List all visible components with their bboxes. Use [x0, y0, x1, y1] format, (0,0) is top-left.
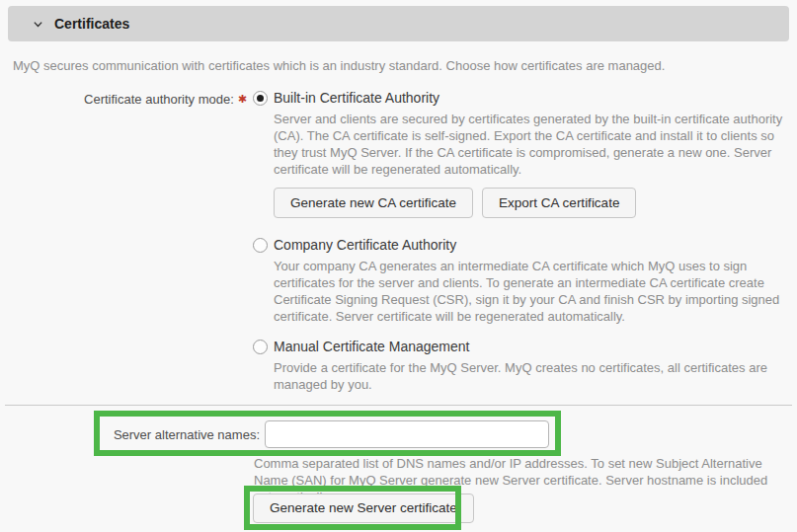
certificates-section-header[interactable]: Certificates: [8, 6, 789, 41]
radio-button-icon[interactable]: [253, 91, 268, 106]
radio-button-icon[interactable]: [253, 238, 268, 253]
option-description: Server and clients are secured by certif…: [274, 111, 788, 178]
radio-built-in-ca[interactable]: Built-in Certificate Authority: [253, 88, 788, 108]
option-description: Your company CA generates an intermediat…: [274, 258, 788, 325]
certificate-authority-mode-label: Certificate authority mode:✱: [0, 92, 247, 107]
generate-new-server-certificate-button[interactable]: Generate new Server certificate: [253, 494, 474, 523]
required-asterisk: ✱: [238, 93, 247, 105]
generate-new-ca-certificate-button[interactable]: Generate new CA certificate: [274, 188, 473, 218]
option-company-ca: Company Certificate Authority Your compa…: [253, 235, 788, 325]
certificate-mode-options: Built-in Certificate Authority Server an…: [253, 88, 788, 393]
radio-company-ca[interactable]: Company Certificate Authority: [253, 235, 788, 255]
option-built-in-ca: Built-in Certificate Authority Server an…: [253, 88, 788, 218]
radio-manual-management[interactable]: Manual Certificate Management: [253, 337, 788, 356]
export-ca-certificate-button[interactable]: Export CA certificate: [482, 188, 636, 218]
option-description: Provide a certificate for the MyQ Server…: [274, 359, 788, 393]
section-divider: [5, 405, 792, 406]
server-alternative-names-input[interactable]: [265, 420, 549, 448]
section-description: MyQ secures communication with certifica…: [13, 57, 783, 74]
certificates-settings-panel: Certificates MyQ secures communication w…: [0, 0, 797, 532]
section-title: Certificates: [54, 16, 129, 32]
server-alternative-names-label: Server alternative names:: [0, 427, 260, 442]
option-manual-management: Manual Certificate Management Provide a …: [253, 337, 788, 393]
radio-button-icon[interactable]: [253, 340, 268, 354]
chevron-down-icon: [33, 19, 43, 30]
